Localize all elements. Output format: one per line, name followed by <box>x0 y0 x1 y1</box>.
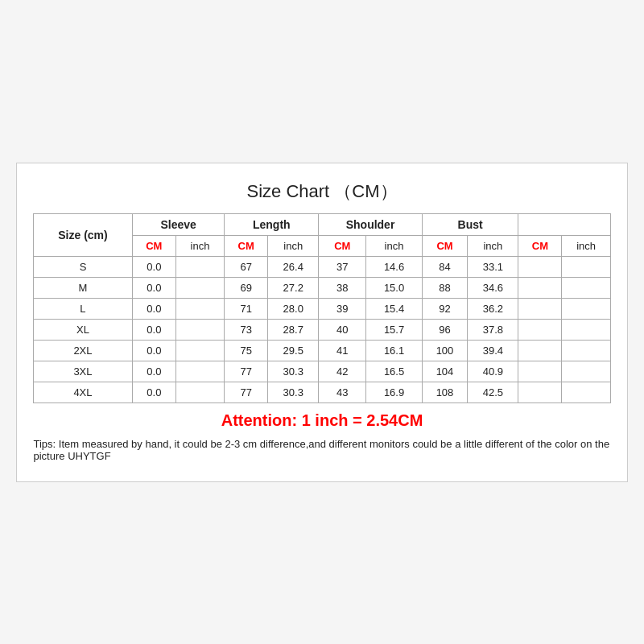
table-cell: 28.0 <box>268 298 319 319</box>
table-cell: 29.5 <box>268 340 319 361</box>
length-header: Length <box>225 213 319 235</box>
sleeve-header: Sleeve <box>132 213 224 235</box>
group-header-row: Size (cm) Sleeve Length Shoulder Bust <box>34 213 611 235</box>
table-cell <box>562 277 611 298</box>
table-cell <box>518 277 562 298</box>
table-cell: 0.0 <box>132 382 175 402</box>
table-cell: S <box>34 256 133 277</box>
table-cell <box>175 319 225 340</box>
table-cell: XL <box>34 319 133 340</box>
table-row: 4XL0.07730.34316.910842.5 <box>34 382 611 402</box>
bust-header: Bust <box>422 213 518 235</box>
table-cell: 15.7 <box>366 319 422 340</box>
table-cell: 4XL <box>34 382 133 402</box>
table-cell: 108 <box>422 382 468 402</box>
table-cell: 0.0 <box>132 361 175 382</box>
table-cell <box>175 277 225 298</box>
table-cell <box>518 319 562 340</box>
table-cell <box>562 319 611 340</box>
size-col-header: Size (cm) <box>34 213 133 256</box>
table-cell: 104 <box>422 361 468 382</box>
sleeve-cm-header: CM <box>132 235 175 256</box>
table-cell: 92 <box>422 298 468 319</box>
table-cell: 3XL <box>34 361 133 382</box>
table-footer: Attention: 1 inch = 2.54CM Tips: Item me… <box>34 402 611 465</box>
table-row: L0.07128.03915.49236.2 <box>34 298 611 319</box>
table-cell <box>562 256 611 277</box>
table-cell: 43 <box>319 382 366 402</box>
shoulder-cm-header: CM <box>319 235 366 256</box>
length-cm-header: CM <box>225 235 268 256</box>
table-cell: 15.4 <box>366 298 422 319</box>
size-chart-container: Size Chart （CM） Size (cm) Sleeve Length … <box>16 163 628 482</box>
chart-title: Size Chart （CM） <box>33 180 611 204</box>
table-cell: 27.2 <box>268 277 319 298</box>
table-cell <box>518 256 562 277</box>
shoulder-header: Shoulder <box>319 213 422 235</box>
table-cell: 37.8 <box>468 319 518 340</box>
table-cell: 28.7 <box>268 319 319 340</box>
table-cell: 77 <box>225 361 268 382</box>
table-cell: 39.4 <box>468 340 518 361</box>
table-cell <box>562 298 611 319</box>
table-cell: 96 <box>422 319 468 340</box>
size-table: Size (cm) Sleeve Length Shoulder Bust CM… <box>33 213 611 465</box>
table-cell: M <box>34 277 133 298</box>
table-cell <box>518 298 562 319</box>
table-cell: 14.6 <box>366 256 422 277</box>
table-cell: 16.1 <box>366 340 422 361</box>
table-cell: 34.6 <box>468 277 518 298</box>
extra-header <box>518 213 611 235</box>
length-inch-header: inch <box>268 235 319 256</box>
tips-row: Tips: Item measured by hand, it could be… <box>34 435 611 465</box>
table-cell <box>562 340 611 361</box>
bust-cm-header: CM <box>422 235 468 256</box>
table-cell <box>175 361 225 382</box>
table-cell <box>175 298 225 319</box>
table-cell: 84 <box>422 256 468 277</box>
shoulder-inch-header: inch <box>366 235 422 256</box>
table-cell <box>175 256 225 277</box>
table-cell: L <box>34 298 133 319</box>
table-cell: 2XL <box>34 340 133 361</box>
table-cell: 88 <box>422 277 468 298</box>
table-cell: 26.4 <box>268 256 319 277</box>
table-cell: 16.9 <box>366 382 422 402</box>
tips-text: Tips: Item measured by hand, it could be… <box>34 435 611 465</box>
table-cell: 40 <box>319 319 366 340</box>
table-cell: 42.5 <box>468 382 518 402</box>
table-cell <box>518 340 562 361</box>
table-cell: 73 <box>225 319 268 340</box>
table-cell: 69 <box>225 277 268 298</box>
table-cell: 0.0 <box>132 298 175 319</box>
table-cell <box>175 340 225 361</box>
table-body: S0.06726.43714.68433.1M0.06927.23815.088… <box>34 256 611 402</box>
table-cell: 30.3 <box>268 361 319 382</box>
table-cell: 0.0 <box>132 319 175 340</box>
table-cell: 71 <box>225 298 268 319</box>
table-cell: 36.2 <box>468 298 518 319</box>
table-cell: 0.0 <box>132 277 175 298</box>
table-cell <box>562 382 611 402</box>
table-cell: 0.0 <box>132 340 175 361</box>
table-cell: 67 <box>225 256 268 277</box>
table-cell: 38 <box>319 277 366 298</box>
table-cell <box>518 361 562 382</box>
table-cell <box>175 382 225 402</box>
table-cell: 100 <box>422 340 468 361</box>
table-cell: 33.1 <box>468 256 518 277</box>
table-cell <box>518 382 562 402</box>
table-cell: 41 <box>319 340 366 361</box>
table-cell: 37 <box>319 256 366 277</box>
table-cell: 77 <box>225 382 268 402</box>
table-row: M0.06927.23815.08834.6 <box>34 277 611 298</box>
table-row: XL0.07328.74015.79637.8 <box>34 319 611 340</box>
table-cell: 42 <box>319 361 366 382</box>
bust-inch-header: inch <box>468 235 518 256</box>
attention-row: Attention: 1 inch = 2.54CM <box>34 402 611 435</box>
extra-inch-header: inch <box>562 235 611 256</box>
attention-text: Attention: 1 inch = 2.54CM <box>34 402 611 435</box>
table-row: 3XL0.07730.34216.510440.9 <box>34 361 611 382</box>
table-cell: 16.5 <box>366 361 422 382</box>
table-row: S0.06726.43714.68433.1 <box>34 256 611 277</box>
